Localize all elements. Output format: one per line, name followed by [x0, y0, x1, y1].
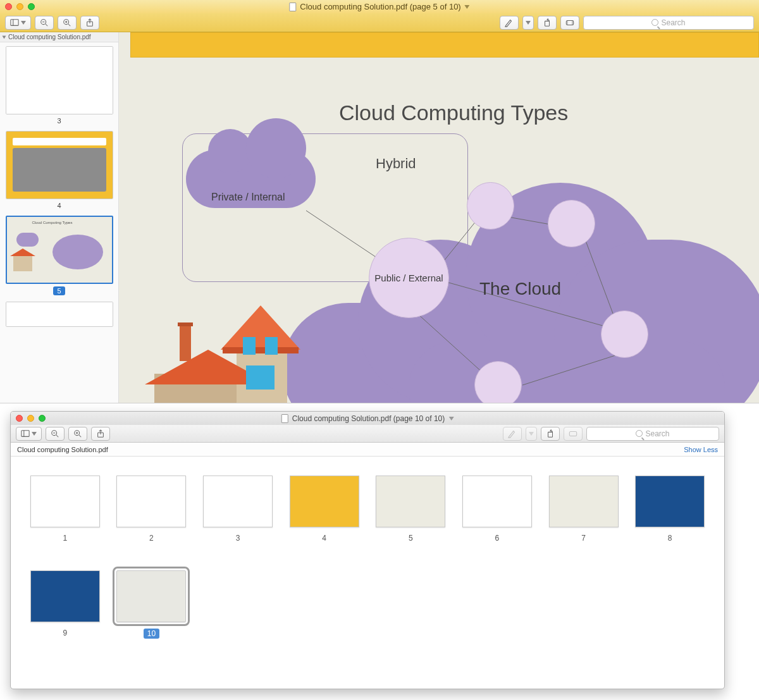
svg-line-30: [79, 434, 82, 437]
svg-line-4: [46, 23, 48, 26]
sidebar-title: Cloud computing Solution.pdf: [8, 34, 91, 40]
cloud-node: [474, 361, 522, 403]
title-text: Cloud computing Solution.pdf (page 5 of …: [300, 2, 460, 11]
cloud-label: The Cloud: [479, 279, 561, 299]
thumbnail-page-6[interactable]: 6: [455, 476, 539, 558]
private-label: Private / Internal: [211, 192, 285, 203]
markup-menu-button[interactable]: [522, 16, 534, 30]
window-title[interactable]: Cloud computing Solution.pdf (page 5 of …: [289, 2, 469, 11]
minimize-window-icon[interactable]: [16, 3, 23, 10]
maximize-window-icon[interactable]: [28, 3, 35, 10]
house-illustration: [148, 310, 285, 403]
thumbnail-page-1[interactable]: 1: [23, 476, 107, 558]
cloud-node: [601, 310, 648, 358]
markup-toolbar-button: [564, 427, 583, 441]
zoom-in-button[interactable]: [68, 427, 87, 441]
thumbnail-page-6[interactable]: [6, 302, 113, 327]
thumbnail-grid: 12345678910: [11, 457, 724, 672]
toolbar: Search: [0, 13, 759, 32]
chevron-down-icon: [21, 21, 26, 25]
thumbnail-sidebar[interactable]: Cloud computing Solution.pdf 34Cloud Com…: [0, 32, 119, 403]
document-icon: [289, 3, 296, 11]
thumbnail-page-7[interactable]: 7: [542, 476, 626, 558]
chevron-down-icon: [32, 432, 37, 436]
disclosure-triangle-icon[interactable]: [3, 35, 6, 39]
markup-toolbar-button[interactable]: [560, 16, 579, 30]
thumbnail-page-4[interactable]: 4: [6, 131, 113, 209]
traffic-lights: [16, 415, 46, 422]
traffic-lights: [5, 3, 35, 10]
sidebar-toggle-button[interactable]: [5, 16, 31, 30]
preview-window-2: Cloud computing Solution.pdf (page 10 of…: [10, 411, 725, 689]
window-body: Cloud computing Solution.pdf 34Cloud Com…: [0, 32, 759, 403]
doc-name: Cloud computing Solution.pdf: [17, 446, 108, 453]
svg-rect-34: [569, 431, 576, 436]
minimize-window-icon[interactable]: [27, 415, 34, 422]
thumbnail-page-8[interactable]: 8: [628, 476, 712, 558]
search-placeholder: Search: [661, 18, 685, 27]
share-button[interactable]: [80, 16, 99, 30]
show-less-link[interactable]: Show Less: [684, 446, 718, 453]
cloud-node: [467, 182, 514, 230]
search-input[interactable]: Search: [586, 427, 719, 441]
zoom-in-button[interactable]: [58, 16, 77, 30]
markup-button[interactable]: [500, 16, 519, 30]
rotate-button[interactable]: [541, 427, 560, 441]
public-node: Public / External: [369, 238, 449, 318]
svg-line-26: [56, 434, 59, 437]
thumbnail-page-3[interactable]: 3: [196, 476, 280, 558]
diagram-area: Cloud Computing Types Hybrid Private / I…: [130, 58, 759, 403]
share-button[interactable]: [91, 427, 110, 441]
markup-button: [503, 427, 522, 441]
cloud-node: [548, 200, 595, 247]
zoom-out-button[interactable]: [35, 16, 54, 30]
search-placeholder: Search: [645, 429, 669, 438]
title-text: Cloud computing Solution.pdf (page 10 of…: [292, 414, 445, 423]
sidebar-header[interactable]: Cloud computing Solution.pdf: [0, 32, 118, 42]
thumbnail-list: 34Cloud Computing Types5: [0, 42, 118, 337]
chevron-down-icon: [529, 432, 534, 436]
search-input[interactable]: Search: [583, 16, 754, 30]
thumbnail-page-9[interactable]: 9: [23, 570, 107, 653]
thumbnail-page-5[interactable]: Cloud Computing Types5: [6, 216, 113, 295]
preview-window-1: Cloud computing Solution.pdf (page 5 of …: [0, 0, 759, 403]
titlebar: Cloud computing Solution.pdf (page 10 of…: [11, 412, 724, 425]
rotate-button[interactable]: [538, 16, 557, 30]
markup-menu-button: [526, 427, 537, 441]
thumbnail-page-3[interactable]: 3: [6, 46, 113, 125]
document-canvas[interactable]: Cloud Computing Types Hybrid Private / I…: [119, 32, 759, 403]
contact-sheet-header: Cloud computing Solution.pdf Show Less: [11, 443, 724, 457]
zoom-out-button[interactable]: [46, 427, 65, 441]
search-icon: [636, 430, 643, 437]
search-icon: [651, 19, 658, 26]
maximize-window-icon[interactable]: [39, 415, 46, 422]
svg-rect-0: [11, 19, 18, 25]
titlebar: Cloud computing Solution.pdf (page 5 of …: [0, 0, 759, 13]
chevron-down-icon[interactable]: [465, 5, 470, 9]
thumbnail-page-10[interactable]: 10: [110, 570, 194, 653]
page-top-band: [130, 32, 759, 58]
hybrid-label: Hybrid: [376, 156, 416, 172]
svg-rect-11: [545, 21, 550, 26]
diagram-title: Cloud Computing Types: [339, 101, 568, 125]
thumbnail-page-4[interactable]: 4: [283, 476, 366, 558]
document-icon: [281, 414, 288, 423]
chevron-down-icon[interactable]: [448, 417, 454, 421]
svg-rect-33: [548, 432, 553, 437]
chevron-down-icon: [526, 21, 531, 25]
svg-line-8: [68, 23, 71, 26]
close-window-icon[interactable]: [16, 415, 23, 422]
thumbnail-page-5[interactable]: 5: [369, 476, 453, 558]
window-title[interactable]: Cloud computing Solution.pdf (page 10 of…: [281, 414, 454, 423]
svg-rect-22: [22, 430, 29, 436]
sidebar-toggle-button[interactable]: [16, 427, 42, 441]
toolbar: Search: [11, 425, 724, 443]
thumbnail-page-2[interactable]: 2: [110, 476, 194, 558]
close-window-icon[interactable]: [5, 3, 12, 10]
